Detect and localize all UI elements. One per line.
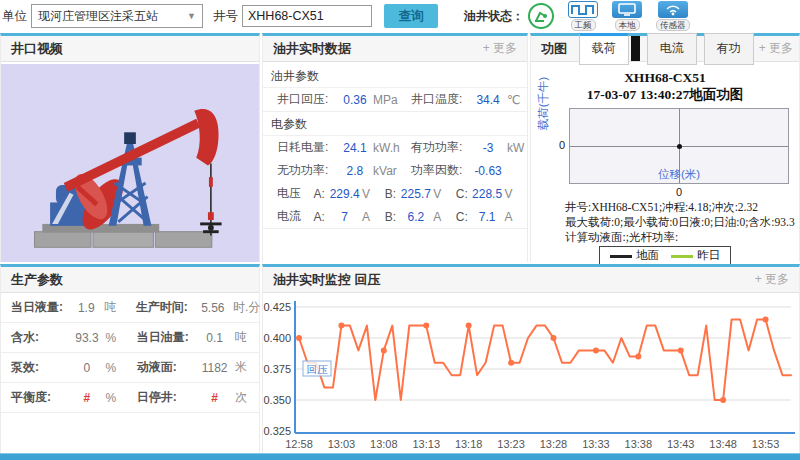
- realtime-more-link[interactable]: + 更多: [483, 36, 517, 61]
- tab-load[interactable]: 载荷: [579, 33, 629, 65]
- legend-yesterday-label: 昨日: [697, 249, 720, 261]
- fluid-level-label: 动液面:: [137, 359, 194, 376]
- dynamometer-info-line1: 井号:XHH68-CX51;冲程:4.18;冲次:2.32: [565, 200, 795, 215]
- svg-text:13:13: 13:13: [412, 438, 440, 450]
- active-power-label: 有功功率:: [411, 139, 469, 156]
- wellhead-video-title: 井口视频: [11, 36, 63, 61]
- dynamometer-plot-area: 位移(米): [569, 108, 789, 184]
- tab-active-power[interactable]: 有功: [704, 33, 754, 65]
- sensor-status[interactable]: 传感器: [656, 1, 690, 31]
- backpressure-monitor-panel: 油井实时监控 回压 + 更多 0.4250.4000.3750.3500.325…: [262, 264, 800, 453]
- power-factor-value: -0.63: [469, 164, 507, 178]
- dynamometer-more-link[interactable]: + 更多: [759, 36, 793, 61]
- reactive-power-value: 2.8: [337, 164, 373, 178]
- realtime-data-panel: 油井实时数据 + 更多 油井参数 井口回压: 0.36 MPa 井口温度: 34…: [262, 33, 528, 262]
- pump-efficiency-value: 0: [68, 361, 105, 375]
- voltage-label: 电压: [277, 185, 313, 202]
- balance-row: 平衡度: # % 日停井: # 次: [1, 383, 259, 413]
- power-frequency-caption: 工频: [571, 19, 596, 31]
- power-factor-label: 功率因数:: [411, 162, 469, 179]
- daily-consumption-unit: kW.h: [373, 141, 411, 155]
- current-phase-c-label: C:: [456, 210, 470, 224]
- svg-text:0.350: 0.350: [263, 394, 291, 406]
- daily-consumption-value: 24.1: [337, 141, 373, 155]
- dynamometer-info-line2: 最大载荷:0;最小载荷:0日液:0;日油:0;含水:93.3: [565, 215, 795, 230]
- production-params-title: 生产参数: [11, 267, 63, 292]
- voltage-phase-b-unit: V: [433, 187, 456, 201]
- oil-params-section-label: 油井参数: [263, 64, 527, 88]
- daily-liquid-value: 1.9: [68, 301, 105, 315]
- pump-efficiency-unit: %: [105, 361, 136, 375]
- svg-text:13:28: 13:28: [540, 438, 568, 450]
- current-phase-b-label: B:: [385, 210, 399, 224]
- local-mode-status[interactable]: 本地: [612, 1, 642, 31]
- svg-text:0.400: 0.400: [263, 332, 291, 344]
- temperature-unit: ℃: [507, 93, 527, 107]
- electric-params-section-label: 电参数: [263, 112, 527, 136]
- legend-yesterday-item: 昨日: [671, 248, 720, 263]
- water-cut-unit: %: [105, 331, 136, 345]
- svg-text:13:38: 13:38: [625, 438, 653, 450]
- voltage-phase-c-label: C:: [456, 187, 470, 201]
- svg-text:13:03: 13:03: [328, 438, 356, 450]
- water-cut-label: 含水:: [11, 329, 68, 346]
- pump-efficiency-row: 泵效: 0 % 动液面: 1182 米: [1, 353, 259, 383]
- daily-oil-label: 当日油量:: [137, 329, 194, 346]
- pumpjack-illustration: [12, 68, 248, 258]
- pump-efficiency-label: 泵效:: [11, 359, 68, 376]
- unit-select[interactable]: 现河庄管理区注采五站 ▼: [31, 4, 203, 28]
- tab-current[interactable]: 电流: [647, 33, 697, 65]
- current-label: 电流: [277, 208, 313, 225]
- dynamometer-yaxis-zero: 0: [559, 139, 565, 151]
- voltage-row: 电压 A: 229.4 V B: 225.7 V C: 228.5 V: [263, 182, 527, 205]
- backpressure-value: 0.36: [337, 93, 373, 107]
- balance-value: #: [68, 391, 105, 405]
- dynamometer-title: 功图: [541, 36, 567, 61]
- legend-yesterday-line: [671, 255, 693, 258]
- production-time-unit: 时.分: [233, 299, 259, 316]
- daily-oil-unit: 吨: [235, 329, 259, 346]
- backpressure-temperature-row: 井口回压: 0.36 MPa 井口温度: 34.4 ℃: [263, 88, 527, 112]
- daily-oil-value: 0.1: [194, 331, 235, 345]
- query-button[interactable]: 查询: [384, 4, 438, 28]
- current-phase-a-label: A:: [313, 210, 327, 224]
- dynamometer-origin-dot: [677, 144, 682, 149]
- local-mode-caption: 本地: [615, 19, 640, 31]
- reactive-power-unit: kVar: [373, 164, 411, 178]
- svg-text:13:18: 13:18: [455, 438, 483, 450]
- top-toolbar: 单位 现河庄管理区注采五站 ▼ 井号 查询 油井状态： 工频 本地: [0, 0, 800, 32]
- balance-label: 平衡度:: [11, 389, 68, 406]
- monitor-icon: [612, 1, 642, 18]
- svg-text:13:08: 13:08: [370, 438, 398, 450]
- dynamometer-chart-subtitle: 17-03-07 13:40:27地面功图: [531, 86, 799, 104]
- fluid-level-value: 1182: [194, 361, 235, 375]
- dynamometer-legend: 地面 昨日: [531, 246, 799, 265]
- daily-power-row: 日耗电量: 24.1 kW.h 有功功率: -3 kW: [263, 136, 527, 159]
- voltage-phase-a-unit: V: [362, 187, 385, 201]
- svg-text:0.375: 0.375: [263, 363, 291, 375]
- backpressure-more-link[interactable]: + 更多: [755, 267, 789, 292]
- current-phase-c-unit: A: [504, 210, 527, 224]
- daily-consumption-label: 日耗电量:: [277, 139, 337, 156]
- daily-shutdown-value: #: [194, 391, 235, 405]
- current-phase-b-value: 6.2: [399, 210, 434, 224]
- svg-text:13:43: 13:43: [667, 438, 695, 450]
- svg-text:13:23: 13:23: [497, 438, 525, 450]
- wellhead-video-feed[interactable]: [1, 64, 259, 262]
- legend-ground-item: 地面: [610, 248, 659, 263]
- voltage-phase-c-value: 228.5: [470, 187, 505, 201]
- wellhead-video-panel: 井口视频: [0, 33, 260, 262]
- well-number-label: 井号: [213, 8, 238, 25]
- well-number-input[interactable]: [242, 5, 372, 27]
- svg-text:13:48: 13:48: [709, 438, 737, 450]
- temperature-label: 井口温度:: [411, 91, 469, 108]
- fluid-level-unit: 米: [235, 359, 259, 376]
- square-wave-icon: [568, 1, 598, 18]
- current-row: 电流 A: 7 A B: 6.2 A C: 7.1 A: [263, 205, 527, 229]
- water-cut-row: 含水: 93.3 % 当日油量: 0.1 吨: [1, 323, 259, 353]
- production-time-value: 5.56: [193, 301, 233, 315]
- current-phase-c-value: 7.1: [470, 210, 505, 224]
- dynamometer-panel: 功图 载荷 电流 有功 + 更多 XHH68-CX51 17-03-07 13:…: [530, 33, 800, 262]
- reactive-power-row: 无功功率: 2.8 kVar 功率因数: -0.63: [263, 159, 527, 182]
- power-frequency-status[interactable]: 工频: [568, 1, 598, 31]
